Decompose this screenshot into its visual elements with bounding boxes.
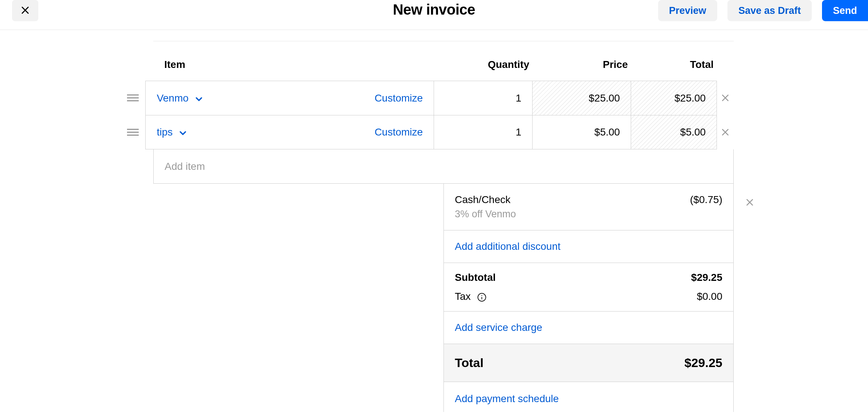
tax-value: $0.00 [697,291,722,302]
total-cell: $5.00 [631,115,717,149]
delete-discount-button[interactable] [745,198,754,209]
chevron-down-icon [195,92,203,104]
quantity-input[interactable]: 1 [434,115,533,149]
preview-button[interactable]: Preview [658,0,717,21]
page-title: New invoice [393,1,475,18]
subtotal-value: $29.25 [691,272,722,283]
column-header-total: Total [639,59,725,70]
chevron-down-icon [179,126,187,138]
save-draft-button[interactable]: Save as Draft [727,0,812,21]
drag-handle-icon[interactable] [120,128,145,137]
discount-row[interactable]: Cash/Check ($0.75) 3% off Venmo [444,184,733,230]
item-select[interactable]: tips Customize [146,115,434,149]
price-input[interactable]: $5.00 [533,115,631,149]
drag-handle-icon[interactable] [120,93,145,102]
close-button[interactable] [12,0,38,21]
column-header-price: Price [540,59,639,70]
send-button[interactable]: Send [822,0,868,21]
info-icon[interactable] [477,293,487,302]
add-payment-schedule-link[interactable]: Add payment schedule [455,393,559,404]
line-item-row: Venmo Customize 1 $25.00 $25.00 [120,81,734,115]
add-item-input[interactable] [154,149,733,183]
total-value: $29.25 [684,356,722,370]
svg-point-1 [481,295,482,296]
delete-line-button[interactable] [717,93,734,103]
item-name: Venmo [157,92,188,104]
item-name: tips [157,126,173,138]
customize-link[interactable]: Customize [375,126,423,138]
total-label: Total [455,356,484,370]
customize-link[interactable]: Customize [375,92,423,104]
total-cell: $25.00 [631,81,717,115]
tax-label: Tax [455,291,487,302]
discount-label: Cash/Check [455,194,511,206]
price-cell: $25.00 [533,81,631,115]
close-icon [20,5,30,16]
add-service-charge-link[interactable]: Add service charge [455,322,722,333]
delete-line-button[interactable] [717,127,734,137]
line-item-row: tips Customize 1 $5.00 $5.00 [120,115,734,149]
column-header-quantity: Quantity [442,59,540,70]
add-discount-link[interactable]: Add additional discount [455,241,722,252]
quantity-input[interactable]: 1 [434,81,533,115]
discount-sublabel: 3% off Venmo [455,209,722,220]
item-select[interactable]: Venmo Customize [146,81,434,115]
discount-amount: ($0.75) [690,194,722,206]
column-header-item: Item [153,59,442,70]
subtotal-label: Subtotal [455,272,496,283]
total-row: Total $29.25 [444,344,733,382]
